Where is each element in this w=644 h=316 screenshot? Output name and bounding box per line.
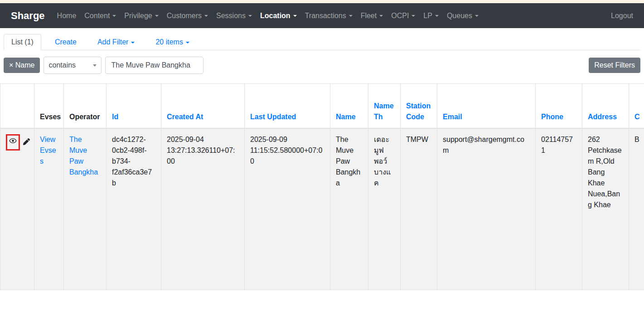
col-operator: Operator xyxy=(64,84,107,128)
caret-down-icon xyxy=(93,64,97,67)
nav-item-content[interactable]: Content xyxy=(80,8,120,24)
last-updated-cell: 2025-09-09 11:15:52.580000+07:00 xyxy=(245,128,330,290)
filter-row: × Name contains Reset Filters xyxy=(4,57,640,74)
col-address-sort[interactable]: Address xyxy=(582,84,629,128)
col-last-updated-sort[interactable]: Last Updated xyxy=(245,84,330,128)
header-row: Evses Operator Id Created At Last Update… xyxy=(0,84,644,128)
truncated-cell: B xyxy=(629,128,644,290)
col-evses: Evses xyxy=(34,84,64,128)
click-highlight-box xyxy=(6,134,20,151)
add-filter-dropdown[interactable]: Add Filter xyxy=(90,34,142,50)
station-code-cell: TMPW xyxy=(401,128,437,290)
nav-item-privilege[interactable]: Privilege xyxy=(120,8,162,24)
tab-list-active[interactable]: List (1) xyxy=(4,34,41,50)
nav-label: Location xyxy=(260,12,291,19)
caret-down-icon xyxy=(131,42,135,44)
navbar: Sharge Home Content Privilege Customers … xyxy=(0,3,644,28)
caret-down-icon xyxy=(379,15,383,17)
col-truncated-sort[interactable]: C xyxy=(629,84,644,128)
name-cell: The Muve Paw Bangkha xyxy=(330,128,368,290)
add-filter-label: Add Filter xyxy=(97,38,128,46)
filter-value-input[interactable] xyxy=(105,57,203,74)
items-per-page-dropdown[interactable]: 20 items xyxy=(148,34,196,50)
operator-cell: The Muve Paw Bangkha xyxy=(64,128,107,290)
phone-cell: 021147571 xyxy=(536,128,582,290)
created-at-cell: 2025-09-04 13:27:13.326110+07:00 xyxy=(161,128,245,290)
close-icon: × xyxy=(9,61,13,69)
nav-item-fleet[interactable]: Fleet xyxy=(357,8,387,24)
eye-icon[interactable] xyxy=(9,137,17,148)
pencil-icon[interactable] xyxy=(23,137,30,148)
caret-down-icon xyxy=(349,15,353,17)
id-cell: dc4c1272-0cb2-498f-b734-f2af36ca3e7b xyxy=(107,128,161,290)
nav-item-sessions[interactable]: Sessions xyxy=(212,8,256,24)
email-cell: support@shargemgmt.com xyxy=(437,128,536,290)
nav-label: Queues xyxy=(447,12,472,19)
col-id-sort[interactable]: Id xyxy=(107,84,161,128)
nav-label: OCPI xyxy=(391,12,409,19)
nav-label: Fleet xyxy=(361,12,377,19)
evses-cell: View Evses xyxy=(34,128,64,290)
tabs-bar: List (1) Create Add Filter 20 items xyxy=(4,34,640,50)
caret-down-icon xyxy=(475,15,479,17)
filter-field-label: Name xyxy=(15,61,35,69)
nav-menu: Home Content Privilege Customers Session… xyxy=(53,8,483,24)
name-th-cell: เดอะ มูฟ พอว์ บางแค xyxy=(368,128,401,290)
caret-down-icon xyxy=(435,15,439,17)
address-cell: 262 Petchkasem R,Old Bang Khae Nuea,Bang… xyxy=(582,128,629,290)
table-row: View Evses The Muve Paw Bangkha dc4c1272… xyxy=(0,128,644,290)
nav-item-lp[interactable]: LP xyxy=(419,8,443,24)
nav-label: Home xyxy=(57,12,77,19)
operator-link[interactable]: The Muve Paw Bangkha xyxy=(69,136,98,176)
col-name-th-sort[interactable]: Name Th xyxy=(368,84,401,128)
tab-create[interactable]: Create xyxy=(48,34,84,50)
nav-label: Privilege xyxy=(124,12,152,19)
nav-label: Customers xyxy=(167,12,202,19)
col-email-sort[interactable]: Email xyxy=(437,84,536,128)
col-created-at-sort[interactable]: Created At xyxy=(161,84,245,128)
operator-value: contains xyxy=(48,61,76,69)
nav-item-location[interactable]: Location xyxy=(256,8,301,24)
nav-label: LP xyxy=(423,12,432,19)
caret-down-icon xyxy=(112,15,116,17)
nav-label: Content xyxy=(84,12,110,19)
caret-down-icon xyxy=(293,15,297,17)
nav-item-customers[interactable]: Customers xyxy=(163,8,212,24)
filter-operator-select[interactable]: contains xyxy=(44,57,102,74)
caret-down-icon xyxy=(186,42,189,44)
caret-down-icon xyxy=(155,15,159,17)
remove-name-filter-button[interactable]: × Name xyxy=(4,58,40,73)
caret-down-icon xyxy=(412,15,415,17)
view-evses-link[interactable]: View Evses xyxy=(40,136,56,165)
results-table: Evses Operator Id Created At Last Update… xyxy=(0,83,644,290)
caret-down-icon xyxy=(248,15,252,17)
col-phone-sort[interactable]: Phone xyxy=(536,84,582,128)
nav-label: Transactions xyxy=(305,12,346,19)
caret-down-icon xyxy=(204,15,208,17)
nav-item-transactions[interactable]: Transactions xyxy=(301,8,357,24)
col-station-code-sort[interactable]: Station Code xyxy=(401,84,437,128)
nav-item-ocpi[interactable]: OCPI xyxy=(387,8,419,24)
nav-item-queues[interactable]: Queues xyxy=(443,8,483,24)
top-strip xyxy=(0,0,644,3)
brand-logo[interactable]: Sharge xyxy=(11,10,45,22)
col-name-sort[interactable]: Name xyxy=(330,84,368,128)
actions-cell xyxy=(0,128,34,290)
items-count-label: 20 items xyxy=(155,38,183,46)
logout-link[interactable]: Logout xyxy=(611,12,633,20)
nav-label: Sessions xyxy=(216,12,246,19)
nav-item-home[interactable]: Home xyxy=(53,8,81,24)
results-table-wrap: Evses Operator Id Created At Last Update… xyxy=(0,83,644,290)
col-actions xyxy=(0,84,34,128)
reset-filters-button[interactable]: Reset Filters xyxy=(589,58,640,73)
